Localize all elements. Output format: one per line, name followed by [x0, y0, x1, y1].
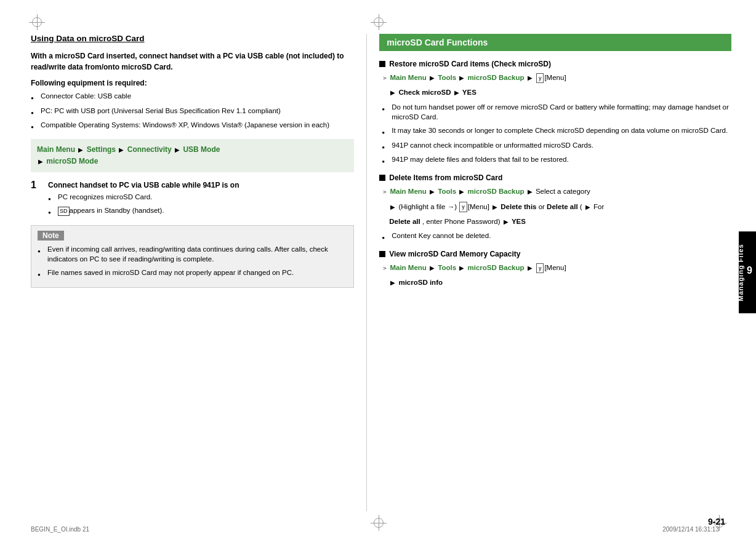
menu-icon: y [536, 73, 544, 83]
restore-bullets: Do not turn handset power off or remove … [382, 102, 731, 166]
bullet-dot [38, 269, 45, 279]
subsection-square [379, 251, 385, 257]
restore-nav-1: ＞ Main Menu ▶ Tools ▶ microSD Backup ▶ y… [382, 72, 731, 83]
menu-label-v: [Menu] [544, 264, 566, 271]
restore-heading: Restore microSD Card items (Check microS… [379, 60, 731, 68]
equipment-item-1: Connector Cable: USB cable [31, 91, 354, 103]
step-1-sub-1-text: PC recognizes microSD Card. [58, 192, 152, 202]
nav-path-box: Main Menu ▶ Settings ▶ Connectivity ▶ US… [31, 139, 354, 172]
highlight-file: (Highlight a file →) [398, 203, 457, 210]
note-item-1-text: Even if incoming call arrives, reading/w… [47, 244, 347, 265]
note-box: Note Even if incoming call arrives, read… [31, 225, 354, 288]
left-intro: With a microSD Card inserted, connect ha… [31, 50, 354, 73]
equipment-item-3-text: Compatible Operating Systems: Windows® X… [41, 120, 329, 130]
check-microsd-label: Check microSD [398, 89, 451, 96]
menu-label: [Menu] [468, 203, 489, 210]
nav-microsd-mode: microSD Mode [46, 157, 98, 165]
right-section-header: microSD Card Functions [379, 34, 731, 51]
nav-arrow-4: ▶ [38, 158, 43, 165]
restore-bullet-4: 941P may delete files and folders that f… [382, 154, 731, 166]
equipment-item-3: Compatible Operating Systems: Windows® X… [31, 120, 354, 132]
note-item-2-text: File names saved in microSD Card may not… [47, 268, 294, 278]
right-column: microSD Card Functions Restore microSD C… [367, 34, 731, 511]
bullet-dot [31, 107, 38, 117]
content-area: Using Data on microSD Card With a microS… [31, 34, 731, 511]
delete-nav-2: ▶ (Highlight a file →) y[Menu] ▶ Delete … [389, 201, 731, 212]
delete-bullet-1: Content Key cannot be deleted. [382, 231, 731, 242]
left-section-heading: Using Data on microSD Card [31, 34, 354, 43]
nav-microsd-backup-v: microSD Backup [467, 264, 524, 271]
nav-arrow-1: ▶ [78, 146, 83, 153]
nav-main-menu: Main Menu [390, 74, 426, 81]
step-1-text: Connect handset to PC via USB cable whil… [48, 181, 239, 189]
nav-tools: Tools [438, 74, 456, 81]
menu-icon: y [459, 202, 467, 212]
bullet-dot [382, 156, 389, 166]
nav-usb-mode: USB Mode [183, 145, 220, 154]
page-number: 9-21 [708, 517, 725, 527]
nav-main-menu-1: Main Menu [37, 145, 75, 154]
delete-heading-text: Delete Items from microSD Card [389, 173, 502, 182]
bullet-dot [382, 232, 389, 242]
step-1-sub-2: SD appears in Standby (handset). [48, 205, 354, 217]
bullet-dot [382, 103, 389, 114]
footer-left: BEGIN_E_OI.indb 21 [31, 526, 89, 533]
delete-nav-1: ＞ Main Menu ▶ Tools ▶ microSD Backup ▶ S… [382, 186, 731, 197]
bullet-dot [38, 245, 45, 256]
restore-bullet-3: 941P cannot check incompatible or unform… [382, 140, 731, 152]
menu-icon: y [536, 263, 544, 273]
page-container: 9 Managing Files Using Data on microSD C… [0, 0, 756, 545]
bullet-dot [48, 193, 55, 204]
step-1-sub-2-icon: SD [58, 205, 70, 216]
reg-mark-top-center [374, 17, 384, 27]
equipment-item-2-text: PC: PC with USB port (Universal Serial B… [41, 106, 281, 116]
delete-all-2: Delete all [389, 218, 420, 225]
subsection-view: View microSD Card Memory Capacity ＞ Main… [379, 250, 731, 288]
step-number-1: 1 [31, 180, 44, 191]
nav-arrow-3: ▶ [175, 146, 180, 153]
restore-bullet-1: Do not turn handset power off or remove … [382, 102, 731, 122]
view-nav-2: ▶ microSD info [389, 277, 731, 288]
step-1-sublist: PC recognizes microSD Card. SD appears i… [48, 192, 354, 217]
path-indicator: ＞ [382, 188, 388, 195]
step-1-sub-2-text: appears in Standby (handset). [70, 205, 164, 216]
subsection-square [379, 175, 385, 181]
microsd-info: microSD info [398, 279, 443, 286]
bullet-dot [382, 141, 389, 152]
path-indicator: ＞ [382, 74, 388, 81]
bullet-dot [48, 207, 55, 217]
nav-settings: Settings [87, 145, 116, 154]
restore-bullet-2: It may take 30 seconds or longer to comp… [382, 125, 731, 137]
equipment-item-1-text: Connector Cable: USB cable [41, 91, 131, 101]
reg-mark-top-left [32, 17, 42, 27]
side-tab-number: 9 [747, 265, 752, 276]
note-item-1: Even if incoming call arrives, reading/w… [38, 244, 347, 265]
delete-bullets: Content Key cannot be deleted. [382, 231, 731, 242]
note-label: Note [38, 231, 64, 241]
path-indicator: ＞ [382, 265, 388, 271]
nav-main-menu-d: Main Menu [390, 188, 426, 195]
bullet-dot [31, 92, 38, 103]
note-item-2: File names saved in microSD Card may not… [38, 268, 347, 279]
yes-label-d: YES [512, 218, 526, 225]
nav-menu-label: [Menu] [544, 74, 566, 81]
equipment-heading: Following equipment is required: [31, 79, 354, 87]
equipment-item-2: PC: PC with USB port (Universal Serial B… [31, 106, 354, 117]
nav-microsd-backup-d: microSD Backup [467, 188, 524, 195]
side-tab: 9 Managing Files [739, 231, 756, 313]
nav-main-menu-v: Main Menu [390, 264, 426, 271]
nav-tools-v: Tools [438, 264, 456, 271]
yes-label: YES [462, 89, 477, 96]
side-tab-text: Managing Files [737, 244, 744, 301]
reg-mark-bottom-center [374, 518, 384, 528]
step-1-container: 1 Connect handset to PC via USB cable wh… [31, 181, 354, 218]
step-1-content: Connect handset to PC via USB cable whil… [48, 181, 354, 218]
bullet-dot [31, 121, 38, 132]
equipment-list: Connector Cable: USB cable PC: PC with U… [31, 91, 354, 132]
bullet-dot [382, 127, 389, 137]
nav-arrow-2: ▶ [119, 146, 124, 153]
view-nav-1: ＞ Main Menu ▶ Tools ▶ microSD Backup ▶ y… [382, 262, 731, 273]
delete-all: Delete all [547, 203, 578, 210]
view-heading: View microSD Card Memory Capacity [379, 250, 731, 258]
select-category: Select a category [536, 188, 590, 195]
